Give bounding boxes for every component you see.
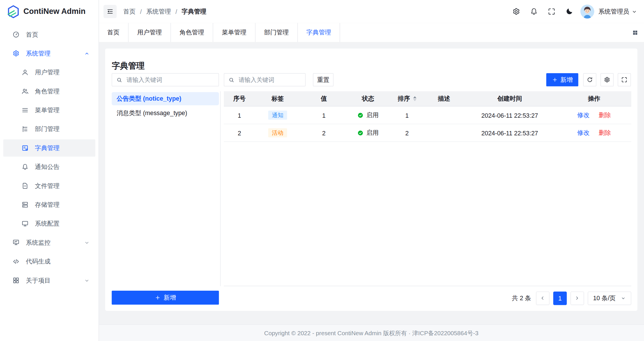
tag-badge: 活动 <box>268 128 287 137</box>
dict-type-search-field[interactable] <box>126 76 214 84</box>
cell-status: 启用 <box>348 111 389 119</box>
pagination-next-button[interactable] <box>570 291 584 305</box>
sidebar-item-label: 字典管理 <box>35 144 60 152</box>
sidebar-item-user-management[interactable]: 用户管理 <box>3 64 95 81</box>
sidebar-item-storage-management[interactable]: 存储管理 <box>3 196 95 213</box>
tab-user-management[interactable]: 用户管理 <box>129 23 171 42</box>
sidebar-item-notice[interactable]: 通知公告 <box>3 158 95 176</box>
page-title: 字典管理 <box>112 61 145 72</box>
gear-icon <box>512 8 520 16</box>
user-icon <box>21 69 29 76</box>
delete-link[interactable]: 删除 <box>599 111 611 119</box>
dict-type-search-input[interactable] <box>112 73 219 86</box>
dict-items-table: 序号 标签 值 状态 排序 描述 创建时间 操作 <box>224 91 631 286</box>
app-title: ContiNew Admin <box>23 7 86 16</box>
edit-link[interactable]: 修改 <box>577 129 590 137</box>
dict-item-search-input[interactable] <box>224 73 306 86</box>
sidebar-item-label: 系统管理 <box>26 49 51 57</box>
sidebar-item-role-management[interactable]: 角色管理 <box>3 83 95 100</box>
sidebar-item-menu-management[interactable]: 菜单管理 <box>3 102 95 119</box>
breadcrumb-item-system[interactable]: 系统管理 <box>146 8 171 15</box>
table-fullscreen-button[interactable] <box>618 73 631 86</box>
chevron-down-icon <box>621 295 626 301</box>
tab-menu-management[interactable]: 菜单管理 <box>213 23 255 42</box>
breadcrumb-separator: / <box>140 8 142 15</box>
column-header-desc: 描述 <box>426 95 463 103</box>
copyright-text: Copyright © 2022 - present ContiNew Admi… <box>264 329 478 337</box>
dict-item-search-field[interactable] <box>238 76 301 84</box>
settings-button[interactable] <box>511 7 521 16</box>
dict-type-item-message[interactable]: 消息类型 (message_type) <box>112 106 219 119</box>
delete-link[interactable]: 删除 <box>599 129 611 137</box>
sort-control[interactable] <box>413 96 416 101</box>
status-badge: 启用 <box>357 111 379 119</box>
tab-role-management[interactable]: 角色管理 <box>171 23 213 42</box>
reset-button[interactable]: 重置 <box>313 73 333 86</box>
sidebar-item-about-project[interactable]: 关于项目 <box>3 272 95 289</box>
sidebar-collapse-button[interactable] <box>103 5 116 18</box>
sidebar-item-dict-management[interactable]: 字典管理 <box>3 139 95 157</box>
sidebar-item-system-config[interactable]: 系统配置 <box>3 215 95 232</box>
monitor-chart-icon <box>12 239 20 246</box>
menu-lines-icon <box>21 106 29 114</box>
sidebar-item-label: 文件管理 <box>35 182 60 190</box>
table-row: 2 活动 2 启用 2 2024-06-11 22:53:27 <box>224 124 631 142</box>
sidebar-item-label: 系统配置 <box>35 220 60 228</box>
page-size-select[interactable]: 10 条/页 <box>588 291 631 305</box>
cell-tag: 通知 <box>255 110 300 119</box>
table-row: 1 通知 1 启用 1 2024-06-11 22:53:27 <box>224 106 631 124</box>
sidebar-item-label: 系统监控 <box>26 239 51 246</box>
add-dict-type-button[interactable]: 新增 <box>112 291 219 305</box>
dashboard-icon <box>12 31 20 38</box>
dict-type-item-notice[interactable]: 公告类型 (notice_type) <box>112 92 219 105</box>
sidebar-item-code-generation[interactable]: 代码生成 <box>3 253 95 270</box>
pagination-total: 共 2 条 <box>512 294 531 302</box>
chevron-right-icon <box>574 295 580 301</box>
refresh-button[interactable] <box>583 73 596 86</box>
tab-dept-management[interactable]: 部门管理 <box>255 23 298 42</box>
pagination: 共 2 条 1 10 条/页 <box>512 291 631 305</box>
sidebar-item-dept-management[interactable]: 部门管理 <box>3 121 95 138</box>
pagination-page-1[interactable]: 1 <box>553 291 567 305</box>
chevron-down-icon <box>84 239 90 246</box>
current-user-name[interactable]: 系统管理员 <box>598 8 629 15</box>
breadcrumb-item-home[interactable]: 首页 <box>123 8 136 15</box>
sidebar-item-system-monitor[interactable]: 系统监控 <box>3 234 95 251</box>
sidebar-item-home[interactable]: 首页 <box>3 26 95 43</box>
add-dict-item-button[interactable]: 新增 <box>546 73 578 86</box>
search-icon <box>116 77 122 83</box>
dark-mode-button[interactable] <box>564 7 574 16</box>
sidebar-menu: 首页 系统管理 用户管理 角色管理 菜单管理 部门管理 <box>0 23 99 289</box>
chevron-down-icon[interactable] <box>631 8 637 14</box>
edit-link[interactable]: 修改 <box>577 111 590 119</box>
table-settings-button[interactable] <box>600 73 613 86</box>
cell-status: 启用 <box>348 129 389 137</box>
gear-icon <box>604 76 610 83</box>
cell-no: 2 <box>224 129 255 136</box>
app-logo-icon <box>7 5 20 18</box>
dict-type-list: 公告类型 (notice_type) 消息类型 (message_type) <box>112 92 219 121</box>
tab-actions-button[interactable] <box>632 23 644 42</box>
table-header-row: 序号 标签 值 状态 排序 描述 创建时间 操作 <box>224 91 631 107</box>
cell-created: 2024-06-11 22:53:27 <box>463 112 557 119</box>
avatar[interactable] <box>580 5 594 19</box>
pagination-prev-button[interactable] <box>536 291 550 305</box>
fullscreen-button[interactable] <box>547 7 556 16</box>
sidebar-item-system-management[interactable]: 系统管理 <box>3 45 95 62</box>
sidebar-item-file-management[interactable]: 文件管理 <box>3 177 95 195</box>
apps-icon <box>12 277 20 284</box>
chevron-left-icon <box>540 295 546 301</box>
tab-home[interactable]: 首页 <box>99 23 129 42</box>
panel-divider <box>220 91 220 286</box>
cell-actions: 修改 删除 <box>557 129 631 137</box>
tree-icon <box>21 126 29 133</box>
content-area: 字典管理 重置 新增 公告类型 (notice_type) 消息类型 (me <box>99 42 644 341</box>
cell-value: 1 <box>300 112 347 119</box>
sort-desc-icon <box>413 99 416 101</box>
notifications-button[interactable] <box>529 7 539 16</box>
cell-created: 2024-06-11 22:53:27 <box>463 129 557 136</box>
cell-actions: 修改 删除 <box>557 111 631 119</box>
plus-icon <box>155 295 160 301</box>
moon-icon <box>565 8 573 16</box>
tab-dict-management[interactable]: 字典管理 <box>298 23 340 42</box>
